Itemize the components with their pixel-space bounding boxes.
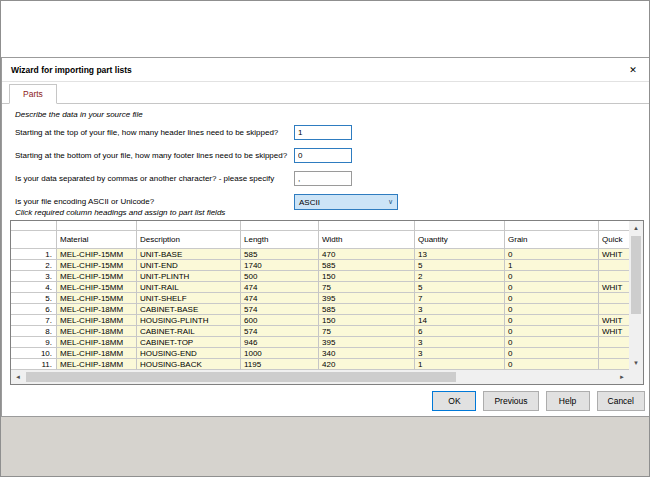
vertical-scroll-thumb[interactable] <box>631 236 641 314</box>
table-cell: 420 <box>319 359 415 370</box>
chevron-down-icon: ∨ <box>388 198 393 206</box>
table-cell: 3 <box>415 348 505 359</box>
table-cell: 1 <box>505 260 599 271</box>
table-cell <box>599 359 629 370</box>
table-cell: 1740 <box>241 260 319 271</box>
column-header[interactable]: Grain <box>505 231 599 249</box>
import-wizard-dialog: Wizard for importing part lists ✕ Parts … <box>1 57 650 417</box>
close-icon[interactable]: ✕ <box>626 63 640 77</box>
header-lines-input[interactable] <box>294 125 352 140</box>
table-cell: UNIT-PLINTH <box>137 271 241 282</box>
table-cell: 75 <box>319 326 415 337</box>
dialog-button-row: OK Previous Help Cancel <box>432 391 645 411</box>
table-cell: MEL-CHIP-18MM <box>57 348 137 359</box>
horizontal-scrollbar[interactable]: ◄ ► <box>11 370 629 384</box>
empty-strip-cell <box>11 221 57 231</box>
section-heading-columns: Click required column headings and assig… <box>15 208 225 217</box>
table-cell: 1000 <box>241 348 319 359</box>
table-cell: UNIT-END <box>137 260 241 271</box>
empty-strip-cell <box>137 221 241 231</box>
table-cell: 3 <box>415 337 505 348</box>
table-cell: 14 <box>415 315 505 326</box>
table-cell: WHIT <box>599 282 629 293</box>
table-cell: MEL-CHIP-15MM <box>57 249 137 260</box>
table-row: 3.MEL-CHIP-15MMUNIT-PLINTH50015020 <box>11 271 629 282</box>
table-cell: 395 <box>319 293 415 304</box>
separator-input[interactable] <box>294 171 352 186</box>
vertical-scrollbar[interactable]: ▲ ▼ <box>629 221 643 370</box>
previous-button[interactable]: Previous <box>483 391 538 411</box>
table-cell: 585 <box>319 260 415 271</box>
table-cell: 585 <box>241 249 319 260</box>
table-cell: MEL-CHIP-18MM <box>57 304 137 315</box>
table-cell: MEL-CHIP-15MM <box>57 260 137 271</box>
scroll-down-icon[interactable]: ▼ <box>629 356 643 370</box>
table-cell: HOUSING-PLINTH <box>137 315 241 326</box>
parts-table-content: MaterialDescriptionLengthWidthQuantityGr… <box>11 221 629 370</box>
scroll-left-icon[interactable]: ◄ <box>11 370 25 384</box>
help-button[interactable]: Help <box>546 391 590 411</box>
screen: Wizard for importing part lists ✕ Parts … <box>0 0 650 477</box>
table-cell: 1195 <box>241 359 319 370</box>
table-cell: 1 <box>415 359 505 370</box>
separator-label: Is your data separated by commas or anot… <box>15 174 274 183</box>
table-cell: 600 <box>241 315 319 326</box>
ok-button[interactable]: OK <box>432 391 476 411</box>
table-cell <box>599 304 629 315</box>
cancel-button[interactable]: Cancel <box>597 391 645 411</box>
encoding-selected-value: ASCII <box>299 198 320 207</box>
empty-strip-cell <box>415 221 505 231</box>
table-cell: 7 <box>415 293 505 304</box>
table-row: 4.MEL-CHIP-15MMUNIT-RAIL4747550WHIT <box>11 282 629 293</box>
column-header[interactable]: Material <box>57 231 137 249</box>
table-cell: 474 <box>241 293 319 304</box>
row-number: 4. <box>11 282 57 293</box>
table-cell: 0 <box>505 315 599 326</box>
row-number: 8. <box>11 326 57 337</box>
scroll-right-icon[interactable]: ► <box>615 370 629 384</box>
table-cell: 5 <box>415 282 505 293</box>
table-row: 7.MEL-CHIP-18MMHOUSING-PLINTH600150140WH… <box>11 315 629 326</box>
table-cell: 0 <box>505 304 599 315</box>
table-row: 5.MEL-CHIP-15MMUNIT-SHELF47439570 <box>11 293 629 304</box>
column-header[interactable]: Length <box>241 231 319 249</box>
horizontal-scroll-thumb[interactable] <box>26 372 456 382</box>
column-header[interactable]: Quantity <box>415 231 505 249</box>
scroll-up-icon[interactable]: ▲ <box>629 221 643 235</box>
table-row: 11.MEL-CHIP-18MMHOUSING-BACK119542010 <box>11 359 629 370</box>
column-header[interactable]: Width <box>319 231 415 249</box>
table-cell: MEL-CHIP-18MM <box>57 326 137 337</box>
table-cell: 75 <box>319 282 415 293</box>
table-cell: 0 <box>505 282 599 293</box>
table-cell: 3 <box>415 304 505 315</box>
table-cell: HOUSING-BACK <box>137 359 241 370</box>
table-cell: 946 <box>241 337 319 348</box>
table-cell: 470 <box>319 249 415 260</box>
table-cell: 2 <box>415 271 505 282</box>
footer-lines-input[interactable] <box>294 148 352 163</box>
encoding-dropdown[interactable]: ASCII ∨ <box>294 194 398 210</box>
table-cell <box>599 348 629 359</box>
table-cell: MEL-CHIP-15MM <box>57 282 137 293</box>
table-row <box>11 221 629 231</box>
table-cell: WHIT <box>599 315 629 326</box>
table-cell: 0 <box>505 271 599 282</box>
dialog-titlebar: Wizard for importing part lists ✕ <box>2 58 650 82</box>
table-cell: MEL-CHIP-18MM <box>57 337 137 348</box>
row-number: 9. <box>11 337 57 348</box>
column-header[interactable]: Description <box>137 231 241 249</box>
tab-parts[interactable]: Parts <box>9 84 57 104</box>
table-cell: 6 <box>415 326 505 337</box>
encoding-label: Is your file encoding ASCII or Unicode? <box>15 197 154 206</box>
table-row: 6.MEL-CHIP-18MMCABINET-BASE57458530 <box>11 304 629 315</box>
table-row: 8.MEL-CHIP-18MMCABINET-RAIL5747560WHIT <box>11 326 629 337</box>
section-heading-source-file: Describe the data in your source file <box>15 110 143 119</box>
empty-strip-cell <box>319 221 415 231</box>
table-row: 10.MEL-CHIP-18MMHOUSING-END100034030 <box>11 348 629 359</box>
table-cell: UNIT-RAIL <box>137 282 241 293</box>
table-cell: 340 <box>319 348 415 359</box>
table-row: 1.MEL-CHIP-15MMUNIT-BASE585470130WHIT <box>11 249 629 260</box>
table-cell: 0 <box>505 348 599 359</box>
dialog-title: Wizard for importing part lists <box>11 65 132 75</box>
column-header[interactable]: Quick <box>599 231 629 249</box>
